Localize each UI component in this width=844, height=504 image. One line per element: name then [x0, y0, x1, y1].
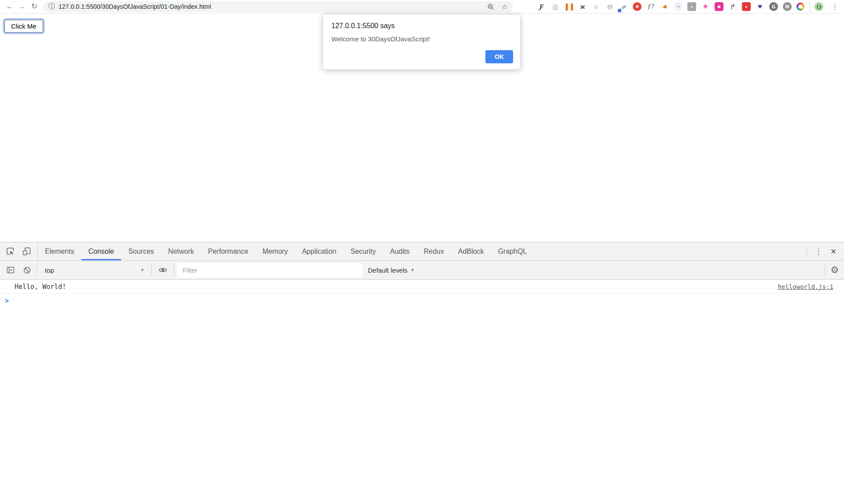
orbit-extension-icon[interactable]: ◎ [551, 2, 560, 11]
tab-elements[interactable]: Elements [38, 242, 81, 260]
toolbar-separator [825, 265, 825, 275]
tab-application[interactable]: Application [295, 242, 343, 260]
console-prompt-icon: > [5, 297, 9, 305]
json-braces-extension-icon[interactable]: {} [815, 2, 823, 11]
toolbar-separator [151, 265, 152, 275]
forward-icon[interactable]: → [16, 0, 28, 13]
console-toolbar: top ▼ Default levels ▼ ⚙ [0, 261, 844, 280]
console-log-row: Hello, World! helloworld.js:1 [0, 280, 844, 294]
address-bar[interactable]: ⓘ 127.0.0.1:5500/30DaysOfJavaScript/01-D… [43, 1, 513, 12]
corner-arrow-extension-icon[interactable]: ↱ [728, 2, 737, 11]
chevron-down-icon: ▼ [411, 268, 415, 272]
back-icon[interactable]: ← [4, 0, 16, 13]
devtools-tabbar: Elements Console Sources Network Perform… [0, 242, 844, 261]
live-expression-eye-icon[interactable] [158, 265, 168, 275]
browser-toolbar: ← → ↻ ⓘ 127.0.0.1:5500/30DaysOfJavaScrip… [0, 0, 844, 14]
reload-icon[interactable]: ↻ [28, 0, 40, 13]
function-extension-icon[interactable]: ƒ? [646, 2, 655, 11]
clear-console-icon[interactable] [23, 266, 31, 274]
devtools-panel: Elements Console Sources Network Perform… [0, 242, 844, 504]
log-levels-select[interactable]: Default levels ▼ [368, 267, 415, 274]
tab-security[interactable]: Security [343, 242, 383, 260]
alert-dialog: 127.0.0.1:5500 says Welcome to 30DaysOfJ… [323, 15, 520, 69]
toolbar-separator [37, 265, 37, 275]
click-me-button[interactable]: Click Me [4, 20, 43, 33]
camera-extension-icon[interactable]: ● [687, 2, 696, 11]
alert-ok-button[interactable]: OK [485, 50, 513, 63]
chrome-menu-icon[interactable]: ⋮ [830, 3, 840, 11]
extensions-strip: Ƒ ◎ ▌▐ ж ■ ⊖ ✎ ✱ ƒ? ◀ ◔ ● ✧ ✱ ↱ ● ♥ G W … [537, 2, 840, 11]
devtools-left-icons [0, 242, 38, 260]
toolbar-separator [174, 265, 174, 275]
bug-extension-icon[interactable]: ж [578, 2, 587, 11]
inspect-element-icon[interactable] [6, 247, 15, 256]
devtools-close-icon[interactable]: × [827, 245, 840, 258]
execution-context-select[interactable]: top ▼ [40, 267, 149, 274]
tab-console[interactable]: Console [81, 242, 121, 260]
eyedropper-glyph: ✎ [620, 4, 627, 9]
tab-redux[interactable]: Redux [417, 242, 451, 260]
tab-sources[interactable]: Sources [121, 242, 161, 260]
tab-audits[interactable]: Audits [383, 242, 416, 260]
heart-search-extension-icon[interactable]: ♥ [756, 2, 764, 11]
swirl-extension-icon[interactable]: ◔ [674, 2, 683, 11]
zoom-magnifier-icon[interactable] [487, 3, 495, 11]
tabbar-separator [807, 246, 807, 257]
devtools-right-controls: ⋮ × [804, 242, 844, 260]
eyedropper-badge [618, 9, 621, 12]
megaphone-extension-icon[interactable]: ◀ [660, 2, 670, 12]
tabbar-spacer [534, 242, 804, 260]
console-sidebar-toggle-icon[interactable] [6, 266, 15, 274]
alert-message: Welcome to 30DaysOfJavaScript! [331, 35, 430, 43]
inactive-extension-icon[interactable]: ■ [592, 2, 601, 11]
context-label: top [45, 267, 54, 274]
tab-network[interactable]: Network [161, 242, 201, 260]
console-message-text: Hello, World! [15, 283, 66, 291]
page-info-icon[interactable]: ⓘ [48, 3, 55, 11]
devtools-menu-icon[interactable]: ⋮ [812, 245, 825, 258]
tab-graphql[interactable]: GraphQL [491, 242, 534, 260]
url-text: 127.0.0.1:5500/30DaysOfJavaScript/01-Day… [59, 3, 211, 10]
device-toolbar-icon[interactable] [22, 247, 31, 256]
g-circle-extension-icon[interactable]: G [769, 2, 778, 11]
console-input-line[interactable]: > [0, 294, 844, 307]
w-circle-extension-icon[interactable]: W [783, 2, 792, 11]
rainbow-ring-extension-icon[interactable] [796, 3, 804, 11]
fonts-extension-icon[interactable]: Ƒ [537, 2, 546, 11]
columns-extension-icon[interactable]: ▌▐ [565, 2, 573, 11]
console-settings-gear-icon[interactable]: ⚙ [830, 265, 839, 275]
tab-adblock[interactable]: AdBlock [451, 242, 491, 260]
tab-performance[interactable]: Performance [201, 242, 256, 260]
alert-title: 127.0.0.1:5500 says [331, 22, 395, 30]
bookmark-star-icon[interactable]: ☆ [502, 3, 508, 11]
bookmark-red-extension-icon[interactable]: ● [742, 2, 751, 11]
console-source-link[interactable]: helloworld.js:1 [778, 283, 833, 290]
red-hand-extension-icon[interactable]: ✱ [633, 2, 642, 11]
eyedropper-extension-icon[interactable]: ✎ [619, 2, 628, 11]
chevron-down-icon: ▼ [140, 268, 144, 272]
circled-dash-extension-icon[interactable]: ⊖ [605, 2, 614, 11]
graphql-pink-extension-icon[interactable]: ✧ [701, 2, 710, 11]
gear-square-extension-icon[interactable]: ✱ [715, 2, 723, 11]
levels-label: Default levels [368, 267, 407, 274]
extension-separator [809, 3, 810, 11]
tab-memory[interactable]: Memory [255, 242, 295, 260]
filter-input[interactable] [177, 263, 363, 278]
